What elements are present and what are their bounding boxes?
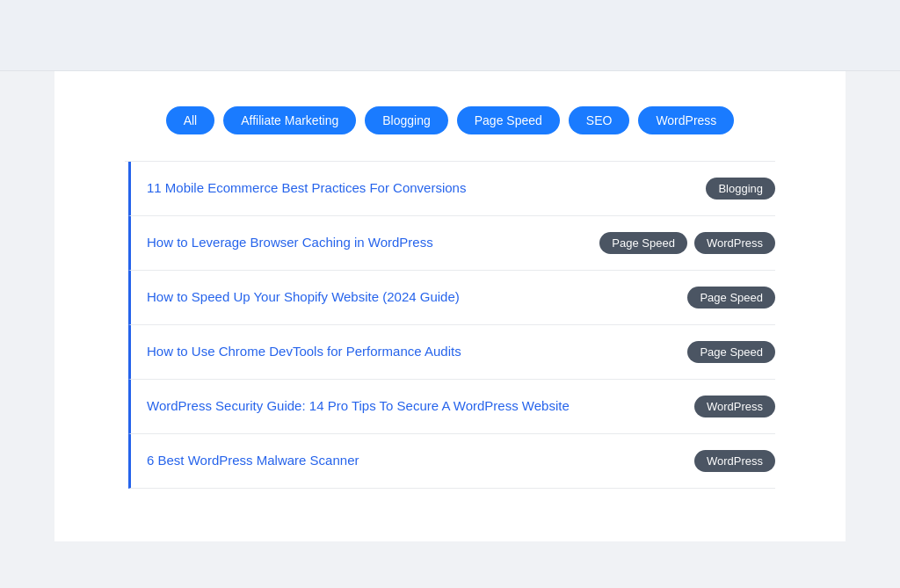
posts-list: 11 Mobile Ecommerce Best Practices For C… [125, 161, 775, 489]
filter-btn-affiliate-marketing[interactable]: Affiliate Marketing [223, 106, 356, 134]
tag-group: Blogging [706, 178, 775, 200]
post-item: How to Use Chrome DevTools for Performan… [128, 325, 775, 380]
tag-wordpress[interactable]: WordPress [694, 450, 775, 472]
post-title[interactable]: 11 Mobile Ecommerce Best Practices For C… [147, 178, 706, 199]
tag-group: WordPress [694, 396, 775, 417]
tag-page-speed[interactable]: Page Speed [687, 287, 775, 309]
post-item: How to Leverage Browser Caching in WordP… [128, 216, 775, 271]
filter-btn-seo[interactable]: SEO [569, 106, 630, 134]
tag-wordpress[interactable]: WordPress [694, 232, 775, 254]
tag-group: Page Speed [687, 287, 775, 309]
filter-btn-blogging[interactable]: Blogging [365, 106, 448, 134]
post-title[interactable]: How to Leverage Browser Caching in WordP… [147, 233, 599, 253]
tag-group: WordPress [694, 450, 775, 472]
filter-btn-page-speed[interactable]: Page Speed [457, 106, 560, 134]
header-banner [0, 0, 900, 71]
post-item: 11 Mobile Ecommerce Best Practices For C… [128, 162, 775, 216]
filter-btn-wordpress[interactable]: WordPress [638, 106, 734, 134]
tag-page-speed[interactable]: Page Speed [687, 341, 775, 363]
filter-bar: AllAffiliate MarketingBloggingPage Speed… [125, 106, 775, 134]
filter-btn-all[interactable]: All [166, 106, 215, 134]
post-title[interactable]: How to Speed Up Your Shopify Website (20… [147, 287, 687, 308]
tag-group: Page Speed [687, 341, 775, 363]
tag-group: Page SpeedWordPress [599, 232, 775, 254]
main-content: AllAffiliate MarketingBloggingPage Speed… [54, 71, 846, 541]
tag-blogging[interactable]: Blogging [706, 178, 775, 200]
post-item: 6 Best WordPress Malware ScannerWordPres… [128, 434, 775, 489]
post-item: How to Speed Up Your Shopify Website (20… [128, 271, 775, 325]
tag-page-speed[interactable]: Page Speed [599, 232, 687, 254]
post-title[interactable]: 6 Best WordPress Malware Scanner [147, 451, 694, 471]
post-title[interactable]: WordPress Security Guide: 14 Pro Tips To… [147, 396, 694, 417]
post-item: WordPress Security Guide: 14 Pro Tips To… [128, 380, 775, 434]
post-title[interactable]: How to Use Chrome DevTools for Performan… [147, 342, 687, 362]
tag-wordpress[interactable]: WordPress [694, 396, 775, 417]
